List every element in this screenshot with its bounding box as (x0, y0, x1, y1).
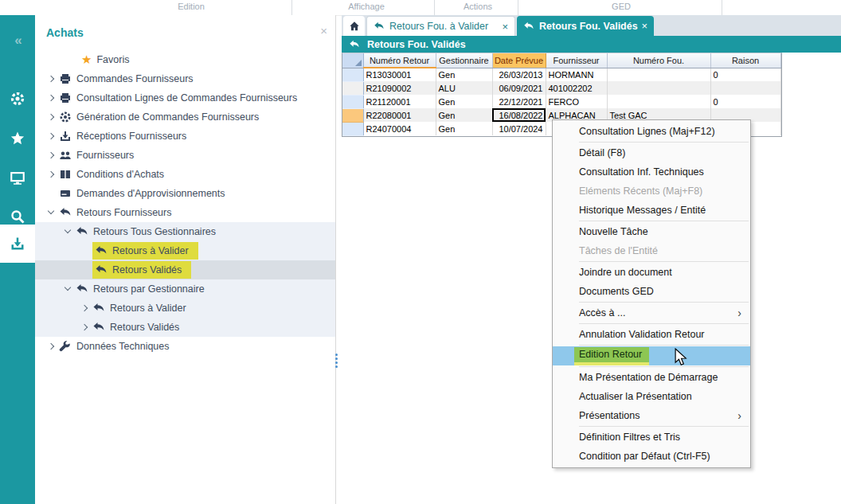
achats-panel: Achats × ★ Favoris Commandes Fournisseur… (35, 15, 335, 504)
select-all-header[interactable] (342, 53, 363, 68)
menu-item-nouvelle-tache[interactable]: Nouvelle Tâche (553, 222, 750, 241)
tree-item-label: Conditions d'Achats (76, 169, 164, 180)
tab-close-button[interactable]: × (502, 21, 508, 33)
menu-item-consultation-inf-techniques[interactable]: Consultation Inf. Techniques (553, 162, 750, 182)
tree-item-retours-fournisseurs[interactable]: Retours Fournisseurs (35, 203, 335, 222)
rail-display-button[interactable] (0, 161, 35, 196)
tree-item-fournisseurs[interactable]: Fournisseurs (35, 146, 335, 165)
tree-item-retours-a-valider-par-gestionnaire[interactable]: Retours à Valider (35, 299, 335, 318)
menu-item-condition-par-defaut[interactable]: Condition par Défaut (Ctrl-F5) (553, 447, 750, 466)
menu-item-historique-messages-entite[interactable]: Historique Messages / Entité (553, 201, 750, 220)
tab-home[interactable] (343, 16, 365, 36)
menu-item-actualiser-la-presentation[interactable]: Actualiser la Présentation (553, 387, 750, 406)
tab-close-button[interactable]: × (641, 20, 647, 32)
cell[interactable]: 0 (710, 95, 780, 108)
menu-item-consultation-lignes[interactable]: Consultation Lignes (Maj+F12) (553, 122, 750, 141)
cell[interactable]: R13030001 (363, 68, 436, 81)
rail-settings-button[interactable] (0, 81, 35, 116)
row-selector-cell[interactable] (342, 95, 363, 108)
cell[interactable]: 26/03/2013 (492, 68, 546, 81)
tree-item-donnees-techniques[interactable]: Données Techniques (35, 337, 335, 356)
cell[interactable] (607, 95, 710, 108)
rail-favorites-button[interactable] (0, 121, 35, 156)
chevron-down-icon[interactable] (61, 279, 76, 299)
tree-item-retours-a-valider[interactable]: Retours à Valider (35, 241, 335, 260)
chevron-right-icon[interactable] (45, 107, 59, 127)
table-row[interactable]: R21090002 ALU 06/09/2021 401002202 (342, 81, 780, 95)
menu-separator (579, 323, 749, 324)
cell[interactable]: R21090002 (363, 81, 436, 95)
table-row[interactable]: R13030001 Gen 26/03/2013 HORMANN 0 (342, 68, 780, 81)
cell[interactable]: Gen (436, 122, 492, 135)
users-icon (59, 149, 72, 162)
cell[interactable]: Gen (436, 68, 492, 81)
cell[interactable]: 10/07/2024 (492, 122, 546, 135)
menu-item-definition-filtres-et-tris[interactable]: Définition Filtres et Tris (553, 428, 750, 447)
cell[interactable]: R21120001 (363, 95, 436, 108)
row-selector-cell[interactable] (342, 68, 363, 81)
chevron-right-icon[interactable] (78, 318, 92, 337)
star-icon: ★ (81, 53, 92, 66)
tree-item-generation-commandes[interactable]: Génération de Commandes Fournisseurs (35, 107, 335, 127)
cell[interactable] (607, 81, 710, 95)
cell[interactable]: Gen (436, 108, 492, 122)
menu-item-detail[interactable]: Détail (F8) (553, 143, 750, 162)
column-header-numero-retour[interactable]: Numéro Retour (363, 53, 436, 68)
tree-item-consultation-lignes-commandes[interactable]: Consultation Lignes de Commandes Fournis… (35, 88, 335, 107)
chevron-right-icon[interactable] (78, 299, 92, 318)
column-header-numero-fou[interactable]: Numéro Fou. (607, 53, 710, 68)
chevron-down-icon[interactable] (45, 203, 59, 222)
cell[interactable] (607, 68, 710, 81)
chevron-right-icon[interactable] (45, 127, 59, 146)
cell[interactable]: FERCO (546, 95, 607, 108)
menu-separator (579, 366, 749, 367)
cell[interactable]: R24070004 (363, 122, 436, 135)
tree-item-demandes-approvisionnements[interactable]: Demandes d'Approvisionnements (35, 184, 335, 203)
row-selector-cell-current[interactable] (342, 108, 363, 122)
chevron-right-icon[interactable] (45, 165, 59, 184)
tree-item-retours-tous-gestionnaires[interactable]: Retours Tous Gestionnaires (35, 222, 335, 241)
table-row[interactable]: R21120001 Gen 22/12/2021 FERCO 0 (342, 95, 780, 108)
tree-item-favoris[interactable]: ★ Favoris (35, 50, 335, 69)
cell-focused[interactable]: 16/08/2022 (492, 108, 546, 122)
row-selector-cell[interactable] (342, 81, 363, 95)
cell[interactable]: HORMANN (546, 68, 607, 81)
menu-item-ma-presentation-de-demarrage[interactable]: Ma Présentation de Démarrage (553, 368, 750, 387)
cell[interactable]: ALU (436, 81, 492, 95)
column-header-raison[interactable]: Raison (710, 53, 780, 68)
tree-item-receptions-fournisseurs[interactable]: Réceptions Fournisseurs (35, 127, 335, 146)
chevron-right-icon[interactable] (45, 88, 59, 107)
menu-item-presentations[interactable]: Présentations › (553, 406, 750, 425)
tree-item-commandes-fournisseurs[interactable]: Commandes Fournisseurs (35, 69, 335, 88)
cell[interactable]: 0 (710, 68, 780, 81)
chevron-right-icon[interactable] (45, 69, 59, 88)
menu-item-documents-ged[interactable]: Documents GED (553, 282, 750, 301)
tree-item-conditions-achats[interactable]: Conditions d'Achats (35, 165, 335, 184)
menu-item-joindre-un-document[interactable]: Joindre un document (553, 263, 750, 282)
tab-retours-fou-a-valider[interactable]: Retours Fou. à Valider × (366, 16, 515, 36)
splitter-handle[interactable] (335, 354, 338, 356)
cell[interactable]: R22080001 (363, 108, 436, 122)
menu-item-edition-retour-highlighted[interactable]: Edition Retour (553, 346, 750, 365)
tab-retours-fou-valides-active[interactable]: Retours Fou. Validés × (517, 16, 654, 36)
chevron-right-icon[interactable] (45, 337, 59, 356)
cell[interactable]: 401002202 (546, 81, 607, 95)
rail-receptions-button-active[interactable] (0, 225, 35, 263)
collapse-sidebar-button[interactable]: « (0, 31, 35, 50)
menu-item-annulation-validation-retour[interactable]: Annulation Validation Retour (553, 325, 750, 344)
column-header-gestionnaire[interactable]: Gestionnaire (436, 53, 492, 68)
column-header-date-prevue[interactable]: Date Prévue (492, 53, 546, 68)
tree-item-retours-par-gestionnaire[interactable]: Retours par Gestionnaire (35, 279, 335, 299)
cell[interactable]: 22/12/2021 (492, 95, 546, 108)
column-header-fournisseur[interactable]: Fournisseur (546, 53, 607, 68)
cell[interactable] (710, 81, 780, 95)
chevron-down-icon[interactable] (61, 222, 76, 241)
cell[interactable]: Gen (436, 95, 492, 108)
cell[interactable]: 06/09/2021 (492, 81, 546, 95)
tree-item-retours-valides[interactable]: Retours Validés (35, 260, 335, 279)
tree-item-retours-valides-par-gestionnaire[interactable]: Retours Validés (35, 318, 335, 337)
row-selector-cell[interactable] (342, 122, 363, 135)
menu-item-acces-a[interactable]: Accès à ... › (553, 303, 750, 322)
panel-close-button[interactable]: × (320, 24, 327, 37)
chevron-right-icon[interactable] (45, 146, 59, 165)
